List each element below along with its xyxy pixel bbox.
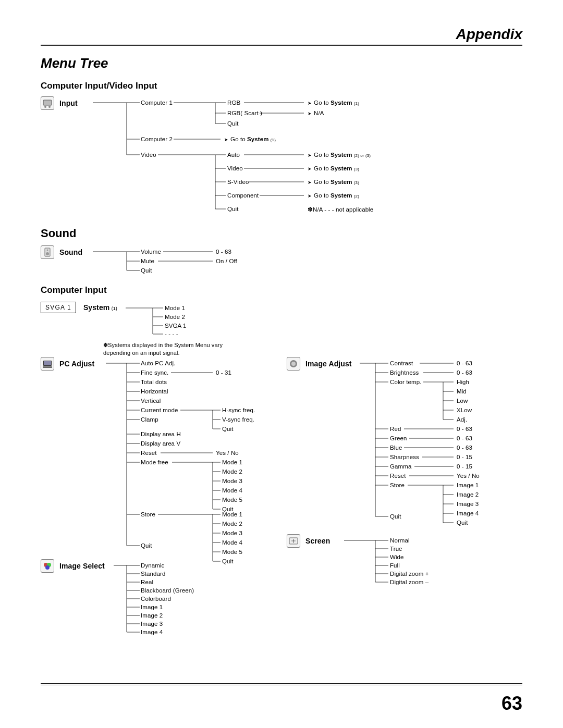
n: 0 - 63	[457, 435, 472, 441]
goto-system-2: Go to System (2)	[308, 192, 359, 199]
n: Quit	[390, 513, 401, 520]
n: Mode 2	[222, 468, 242, 475]
n: Mode 1	[222, 459, 242, 465]
svg-point-97	[45, 565, 50, 570]
n: Mode 4	[222, 539, 242, 546]
node-quit: Quit	[141, 267, 152, 274]
n: Mode 4	[222, 487, 242, 493]
n: Image 2	[141, 612, 163, 619]
n: Colorboard	[141, 596, 171, 602]
n: Gamma	[390, 463, 411, 470]
svg-rect-94	[43, 366, 52, 368]
n: Display area V	[141, 440, 180, 447]
n: Image 3	[141, 621, 163, 627]
n: Image 4	[141, 629, 163, 635]
n: Digital zoom –	[390, 579, 429, 585]
svg-rect-24	[43, 100, 52, 105]
section-heading-input: Computer Input/Video Input	[41, 81, 522, 91]
image-select-label: Image Select	[59, 562, 105, 570]
n: Contrast	[390, 360, 413, 366]
n: Standard	[141, 571, 165, 577]
n: True	[390, 546, 402, 552]
node-dashes: - - - -	[165, 331, 178, 337]
n: Image 4	[457, 510, 479, 516]
n: Store	[141, 511, 155, 517]
n: XLow	[457, 407, 472, 413]
image-adjust-icon	[287, 357, 300, 371]
page-title: Menu Tree	[41, 55, 522, 71]
n: Mode 3	[222, 478, 242, 484]
rule	[41, 44, 522, 44]
rule	[41, 45, 522, 46]
node-quit: Quit	[227, 120, 239, 127]
n: Red	[390, 426, 401, 432]
n: Display area H	[141, 431, 181, 437]
n: Mode 3	[222, 530, 242, 536]
n: Digital zoom +	[390, 571, 429, 577]
section-heading-sound: Sound	[41, 227, 522, 240]
n: Normal	[390, 537, 410, 544]
na-note: ✽N/A - - - not applicable	[308, 206, 373, 213]
n: 0 - 15	[457, 463, 472, 470]
node-rgb: RGB	[227, 100, 240, 106]
n: Fine sync.	[141, 369, 168, 376]
svg-rect-93	[44, 361, 51, 365]
n: Yes / No	[216, 450, 239, 456]
n: Sharpness	[390, 454, 419, 460]
node-mute: Mute	[141, 258, 154, 264]
node-volume: Volume	[141, 249, 161, 255]
node-component: Component	[227, 192, 259, 199]
n: Mid	[457, 388, 467, 394]
svga-box: SVGA 1	[41, 302, 76, 313]
pc-adjust-label: PC Adjust	[59, 360, 94, 368]
n: Brightness	[390, 369, 419, 376]
n: 0 - 63	[457, 426, 472, 432]
rule	[41, 685, 522, 685]
node-mode2: Mode 2	[165, 314, 185, 320]
pc-adjust-icon	[41, 357, 54, 371]
n: Mode free	[141, 459, 168, 465]
goto-system-3a: Go to System (3)	[308, 165, 359, 171]
n: Dynamic	[141, 562, 164, 569]
tree-lines	[41, 96, 520, 217]
n: Low	[457, 398, 468, 404]
n: High	[457, 379, 469, 385]
n: Total dots	[141, 379, 167, 385]
n: Quit	[222, 558, 234, 564]
n: Vertical	[141, 398, 161, 404]
n: Mode 5	[222, 497, 242, 503]
node-svga1: SVGA 1	[165, 323, 187, 329]
node-vvideo: Video	[227, 165, 243, 171]
goto-system-1: Go to System (1)	[308, 100, 359, 106]
node-auto: Auto	[227, 152, 240, 158]
node-quit2: Quit	[227, 206, 239, 212]
n: Full	[390, 562, 400, 569]
n: 0 - 31	[216, 369, 231, 376]
input-icon	[41, 96, 54, 110]
node-video: Video	[141, 152, 156, 158]
svg-point-144	[293, 540, 294, 541]
n: Horizontal	[141, 388, 168, 394]
node-svideo: S-Video	[227, 179, 249, 185]
node-mode1: Mode 1	[165, 305, 185, 311]
n: 0 - 15	[457, 454, 472, 460]
system-note: ✽Systems displayed in the System Menu va…	[103, 341, 239, 357]
sound-root-label: Sound	[59, 248, 82, 256]
goto-system-3b: Go to System (3)	[308, 179, 359, 185]
system-sub: (1)	[112, 306, 117, 311]
n: Adj.	[457, 416, 467, 423]
n: Mode 5	[222, 549, 242, 555]
screen-icon	[287, 534, 300, 548]
node-computer2: Computer 2	[141, 136, 173, 142]
n: Real	[141, 579, 153, 585]
sound-icon	[41, 245, 54, 259]
n: Clamp	[141, 416, 158, 423]
page-header: Appendix	[41, 26, 522, 43]
node-computer1: Computer 1	[141, 100, 173, 106]
n: Quit	[222, 426, 234, 432]
goto-system-23: Go to System (2) or (3)	[308, 152, 371, 158]
n: Wide	[390, 554, 404, 560]
svg-point-142	[291, 362, 296, 366]
n: Color temp.	[390, 379, 422, 385]
n: 0 - 63	[457, 360, 472, 366]
